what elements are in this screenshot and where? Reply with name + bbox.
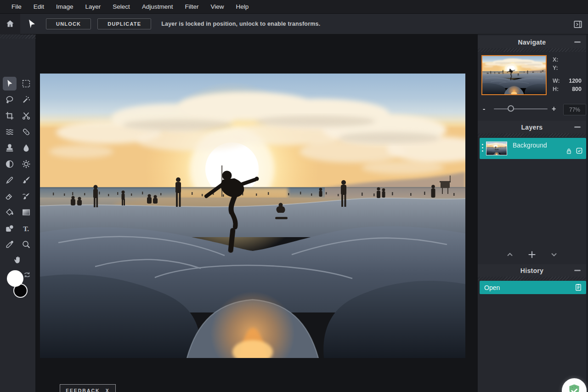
tool-hand[interactable] xyxy=(11,253,25,267)
rail-hatch-divider xyxy=(0,34,36,39)
tool-text[interactable]: T. xyxy=(19,222,33,235)
brush-icon xyxy=(21,175,31,185)
tool-brush[interactable] xyxy=(19,173,33,187)
layer-row-background[interactable]: Background xyxy=(480,138,586,159)
zoom-slider[interactable] xyxy=(494,108,548,109)
history-row-open[interactable]: Open xyxy=(480,281,586,294)
duplicate-button[interactable]: DUPLICATE xyxy=(97,18,151,29)
unlock-button[interactable]: UNLOCK xyxy=(46,18,91,29)
tool-fill[interactable] xyxy=(3,205,17,219)
menu-item-file[interactable]: File xyxy=(6,0,28,14)
tool-blur[interactable] xyxy=(19,141,33,155)
collapse-panel-icon xyxy=(573,19,583,29)
scissors-icon xyxy=(21,111,31,121)
smudge-brush-icon xyxy=(21,191,31,201)
collapse-history-button[interactable] xyxy=(574,270,581,271)
zoom-in-button[interactable]: + xyxy=(552,106,556,112)
tool-picker[interactable] xyxy=(3,238,17,251)
eraser-icon xyxy=(5,191,15,201)
tool-clone[interactable] xyxy=(3,141,17,155)
collapse-layers-button[interactable] xyxy=(574,126,581,128)
feedback-button[interactable]: FEEDBACK X xyxy=(60,384,116,392)
marquee-icon xyxy=(21,79,31,89)
svg-text:T.: T. xyxy=(23,225,29,233)
navigate-thumbnail[interactable] xyxy=(481,55,547,95)
history-title: History xyxy=(520,267,543,274)
navigate-panel-header: Navigate xyxy=(478,36,586,48)
navigate-hatch-divider xyxy=(478,48,586,52)
layer-name: Background xyxy=(513,142,547,149)
tool-move[interactable] xyxy=(3,77,17,91)
menu-bar: File Edit Image Layer Select Adjustment … xyxy=(0,0,588,14)
tool-shape[interactable] xyxy=(3,222,17,235)
tool-cutout[interactable] xyxy=(19,109,33,123)
magnifier-icon xyxy=(21,239,31,250)
cursor-arrow-icon xyxy=(26,18,37,29)
tool-options-bar: UNLOCK DUPLICATE Layer is locked in posi… xyxy=(0,14,588,34)
zoom-level-input[interactable] xyxy=(563,104,586,115)
history-hatch-divider xyxy=(478,277,586,280)
tool-wand[interactable] xyxy=(19,93,33,107)
feedback-close[interactable]: X xyxy=(106,388,110,392)
tool-zoom[interactable] xyxy=(19,238,33,251)
home-button[interactable] xyxy=(0,14,20,34)
paint-bucket-icon xyxy=(5,207,15,217)
clone-stamp-icon xyxy=(5,143,15,153)
half-circle-icon xyxy=(5,159,15,169)
current-tool-indicator xyxy=(24,14,40,34)
lasso-icon xyxy=(5,95,15,105)
navigate-thumb-svg xyxy=(482,56,546,94)
tool-marquee[interactable] xyxy=(19,77,33,91)
zoom-slider-handle[interactable] xyxy=(508,105,514,112)
menu-item-help[interactable]: Help xyxy=(230,0,254,14)
foreground-color-swatch[interactable] xyxy=(7,270,23,287)
checkbox-checked-icon xyxy=(576,147,583,154)
pencil-icon xyxy=(5,175,15,185)
tool-gradient[interactable] xyxy=(19,205,33,219)
tool-sharpen[interactable] xyxy=(19,157,33,171)
sun-icon xyxy=(21,159,31,169)
add-layer-button[interactable] xyxy=(526,249,537,260)
layer-visibility-checkbox[interactable] xyxy=(576,147,583,156)
collapse-navigate-button[interactable] xyxy=(574,41,581,43)
canvas-area[interactable] xyxy=(36,34,478,392)
move-layer-up-button[interactable] xyxy=(504,249,515,260)
app-window: File Edit Image Layer Select Adjustment … xyxy=(0,0,588,392)
tool-pencil[interactable] xyxy=(3,173,17,187)
height-label: H: xyxy=(553,86,559,92)
menu-item-filter[interactable]: Filter xyxy=(179,0,204,14)
tool-eraser[interactable] xyxy=(3,189,17,203)
tool-liquify[interactable] xyxy=(3,125,17,139)
menu-item-edit[interactable]: Edit xyxy=(28,0,50,14)
layer-drag-handle[interactable] xyxy=(482,144,483,152)
clipboard-icon xyxy=(574,283,582,291)
move-layer-down-button[interactable] xyxy=(548,249,560,260)
menu-item-view[interactable]: View xyxy=(204,0,230,14)
height-value: 800 xyxy=(561,86,582,92)
tool-dodge-burn[interactable] xyxy=(3,157,17,171)
plus-icon xyxy=(527,250,537,260)
tool-heal[interactable] xyxy=(19,125,33,139)
toggle-panels-button[interactable] xyxy=(571,18,584,31)
menu-item-layer[interactable]: Layer xyxy=(79,0,107,14)
swap-arrows-icon xyxy=(23,271,31,279)
bandage-icon xyxy=(21,127,31,137)
water-drop-icon xyxy=(21,143,31,153)
menu-item-adjustment[interactable]: Adjustment xyxy=(136,0,179,14)
zoom-out-button[interactable]: - xyxy=(483,106,485,112)
history-panel-header: History xyxy=(478,264,586,277)
menu-item-select[interactable]: Select xyxy=(107,0,136,14)
photo-svg xyxy=(40,74,465,358)
tool-lasso[interactable] xyxy=(3,93,17,107)
history-entry-icon-wrap xyxy=(574,283,582,293)
layer-controls xyxy=(478,249,586,261)
layers-hatch-divider xyxy=(478,133,586,137)
document-image[interactable] xyxy=(40,74,465,358)
tool-smudge[interactable] xyxy=(19,189,33,203)
layer-thumbnail xyxy=(486,142,507,155)
swap-colors-button[interactable] xyxy=(23,271,31,279)
menu-item-image[interactable]: Image xyxy=(50,0,79,14)
tool-crop[interactable] xyxy=(3,109,17,123)
tool-rail: T. xyxy=(0,34,36,392)
layer-lock-toggle[interactable] xyxy=(565,148,572,157)
